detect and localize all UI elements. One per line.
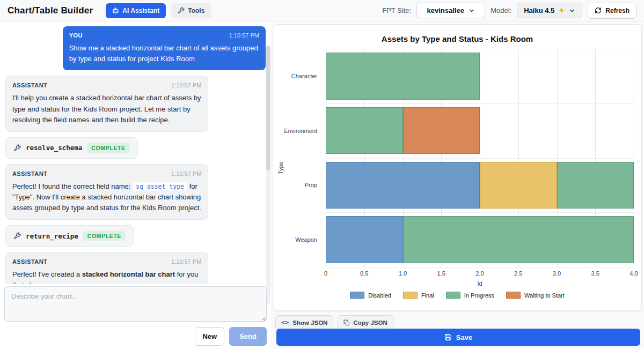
bar-row <box>326 53 634 100</box>
model-label: Model: <box>491 6 511 14</box>
tool-name: return_recipe <box>26 232 78 240</box>
assistant-message: ASSISTANT1:10:57 PMPerfect! I've created… <box>5 252 208 284</box>
bar-segment <box>326 162 480 209</box>
chat-message-list: YOU1:10:57 PMShow me a stacked horizonta… <box>0 21 271 284</box>
site-select[interactable]: kevinsallee <box>416 3 485 18</box>
message-body: I'll help you create a stacked horizonta… <box>12 93 201 125</box>
show-json-button[interactable]: <> Show JSON <box>275 315 333 330</box>
lightning-icon <box>559 8 565 13</box>
chart-legend: DisabledFinalIn ProgressWaiting to Start <box>273 292 641 299</box>
legend-swatch <box>350 292 364 299</box>
wrench-icon <box>178 7 185 14</box>
bold-text: stacked horizontal bar chart <box>82 270 175 278</box>
legend-swatch <box>446 292 460 299</box>
chevron-down-icon <box>469 8 475 14</box>
assistant-message: ASSISTANT1:10:57 PMI'll help you create … <box>5 76 208 131</box>
x-tick-label: 1.0 <box>399 270 407 277</box>
legend-label: In Progress <box>464 292 494 299</box>
model-select[interactable]: Haiku 4.5 <box>517 3 582 18</box>
tool-name: resolve_schema <box>26 144 82 152</box>
text-span: Show me a stacked horizontal bar chart o… <box>69 44 258 63</box>
message-role-label: ASSISTANT <box>12 169 47 179</box>
tool-call-chip: return_recipeCOMPLETE <box>5 225 134 247</box>
bar-row <box>326 162 634 209</box>
ai-assistant-button[interactable]: AI Assistant <box>106 3 166 18</box>
fpt-site-label: FPT Site: <box>382 6 411 14</box>
app-header: Chart/Table Builder AI Assistant Tools F… <box>0 0 644 21</box>
y-tick-label: Character <box>291 73 317 79</box>
chat-panel: YOU1:10:57 PMShow me a stacked horizonta… <box>0 21 271 349</box>
chart-title: Assets by Type and Status - Kids Room <box>273 34 641 43</box>
save-button[interactable]: Save <box>276 329 640 346</box>
legend-item: In Progress <box>446 292 494 299</box>
y-tick-label: Environment <box>284 128 317 134</box>
chat-scrollbar[interactable] <box>266 45 270 305</box>
message-role-label: ASSISTANT <box>12 257 47 266</box>
message-line: Perfect! I found the correct field name:… <box>12 181 201 213</box>
legend-swatch <box>506 292 521 299</box>
tools-label: Tools <box>188 7 204 14</box>
chart-card: Assets by Type and Status - Kids Room Ty… <box>273 24 642 311</box>
x-tick-label: 3.5 <box>591 270 599 277</box>
message-timestamp: 1:10:57 PM <box>171 81 201 90</box>
model-select-value: Haiku 4.5 <box>524 6 554 14</box>
grid-line <box>326 267 634 268</box>
legend-item: Final <box>403 292 434 299</box>
chat-scrollbar-thumb[interactable] <box>266 46 270 170</box>
x-tick-label: 0 <box>324 270 327 277</box>
refresh-button[interactable]: Refresh <box>588 3 636 19</box>
message-timestamp: 1:10:57 PM <box>229 31 259 40</box>
copy-json-button[interactable]: Copy JSON <box>338 315 393 330</box>
chat-actions: New Send <box>195 327 267 346</box>
robot-icon <box>112 7 119 14</box>
message-body: Perfect! I've created a stacked horizont… <box>12 269 201 284</box>
y-tick-label: Prop <box>305 182 317 188</box>
grid-line <box>634 49 634 267</box>
legend-label: Final <box>421 292 434 299</box>
tools-button[interactable]: Tools <box>171 3 211 18</box>
grid-line <box>326 212 634 213</box>
legend-label: Disabled <box>368 292 391 299</box>
text-span: I'll help you create a stacked horizonta… <box>12 94 201 123</box>
text-span: Perfect! I've created a <box>12 270 82 278</box>
message-role-label: YOU <box>69 31 83 40</box>
message-header: ASSISTANT1:10:57 PM <box>12 81 201 90</box>
grid-line <box>326 103 634 104</box>
x-tick-label: 3.0 <box>553 270 561 277</box>
message-line: Show me a stacked horizontal bar chart o… <box>69 43 259 64</box>
message-line: I'll help you create a stacked horizonta… <box>12 93 201 125</box>
refresh-icon <box>595 7 602 14</box>
assistant-message: ASSISTANT1:10:57 PMPerfect! I found the … <box>5 164 208 220</box>
save-icon <box>444 333 452 341</box>
bar-segment <box>403 107 480 154</box>
legend-item: Disabled <box>350 292 391 299</box>
text-span: Perfect! I found the correct field name: <box>12 182 133 190</box>
message-header: ASSISTANT1:10:57 PM <box>12 257 201 266</box>
message-body: Perfect! I found the correct field name:… <box>12 181 201 213</box>
user-message: YOU1:10:57 PMShow me a stacked horizonta… <box>63 26 266 70</box>
message-header: YOU1:10:57 PM <box>69 31 259 40</box>
chevron-down-icon <box>569 8 575 14</box>
message-header: ASSISTANT1:10:57 PM <box>12 169 201 179</box>
bar-segment <box>326 53 480 100</box>
tool-call-chip: resolve_schemaCOMPLETE <box>5 137 138 159</box>
inline-code: sg_asset_type <box>133 182 187 191</box>
chart-panel: Assets by Type and Status - Kids Room Ty… <box>271 21 644 349</box>
copy-icon <box>343 320 350 326</box>
wrench-icon <box>13 232 21 240</box>
legend-swatch <box>403 292 418 299</box>
message-timestamp: 1:10:57 PM <box>171 257 201 266</box>
chart-plot-area <box>326 49 634 267</box>
new-button[interactable]: New <box>195 327 224 346</box>
bar-segment <box>403 216 634 263</box>
bar-row <box>326 107 634 154</box>
chat-input[interactable] <box>4 286 267 322</box>
message-timestamp: 1:10:57 PM <box>171 169 201 179</box>
bar-segment <box>326 107 403 154</box>
grid-line <box>326 158 634 159</box>
send-button[interactable]: Send <box>229 327 267 346</box>
save-label: Save <box>456 333 472 341</box>
site-select-value: kevinsallee <box>427 6 464 14</box>
show-json-label: Show JSON <box>292 320 327 326</box>
y-axis-ticks: CharacterEnvironmentPropWeapon <box>273 49 321 267</box>
